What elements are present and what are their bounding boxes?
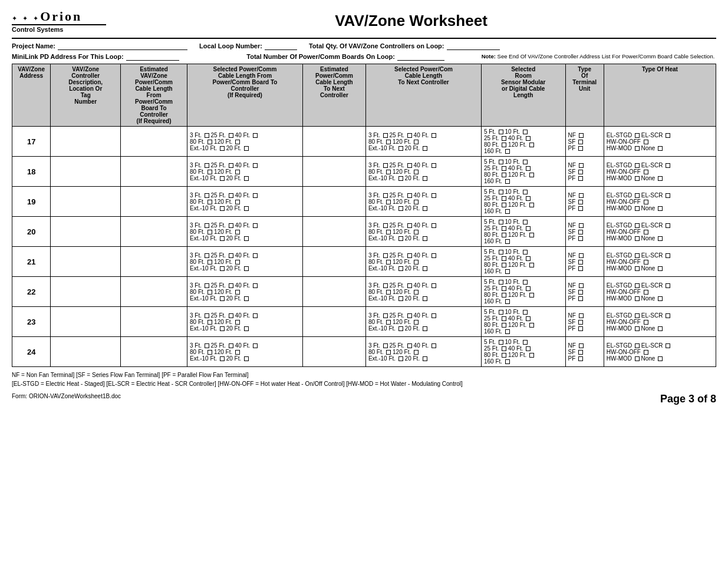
total-qty-label: Total Qty. Of VAV/Zone Controllers on Lo…: [309, 42, 444, 49]
cell-terminal[interactable]: NF SF PF: [565, 277, 604, 307]
cell-controller[interactable]: [51, 277, 121, 307]
cell-sensor[interactable]: 5 Ft. 10 Ft. 25 Ft. 40 Ft. 80 Ft. 120 Ft…: [481, 187, 565, 217]
cell-sensor[interactable]: 5 Ft. 10 Ft. 25 Ft. 40 Ft. 80 Ft. 120 Ft…: [481, 337, 565, 367]
cell-sel-next[interactable]: 3 Ft. 25 Ft. 40 Ft. 80 Ft. 120 Ft. Ext.-…: [365, 217, 481, 247]
cell-sel-next[interactable]: 3 Ft. 25 Ft. 40 Ft. 80 Ft. 120 Ft. Ext.-…: [365, 187, 481, 217]
col-header-address: VAV/ZoneAddress: [12, 64, 51, 127]
cell-heat[interactable]: EL-STGD EL-SCR HW-ON-OFF HW-MOD None: [604, 337, 716, 367]
total-boards-value[interactable]: [397, 53, 444, 61]
cell-sel-power[interactable]: 3 Ft. 25 Ft. 40 Ft. 80 Ft. 120 Ft. Ext.-…: [187, 337, 302, 367]
logo: ✦ ✦ ✦Orion Control Systems: [12, 9, 106, 33]
cell-controller[interactable]: [51, 127, 121, 157]
cell-terminal[interactable]: NF SF PF: [565, 307, 604, 337]
cell-heat[interactable]: EL-STGD EL-SCR HW-ON-OFF HW-MOD None: [604, 247, 716, 277]
cell-sel-next[interactable]: 3 Ft. 25 Ft. 40 Ft. 80 Ft. 120 Ft. Ext.-…: [365, 127, 481, 157]
cell-controller[interactable]: [51, 307, 121, 337]
logo-subtitle: Control Systems: [12, 24, 106, 33]
cell-address: 21: [12, 247, 51, 277]
cell-sel-power[interactable]: 3 Ft. 25 Ft. 40 Ft. 80 Ft. 120 Ft. Ext.-…: [187, 127, 302, 157]
col-header-sel-next: Selected Power/ComCable LengthTo Next Co…: [365, 64, 481, 127]
cell-est-next[interactable]: [303, 157, 366, 187]
cell-est-power[interactable]: [121, 157, 187, 187]
cell-est-power[interactable]: [121, 307, 187, 337]
cell-heat[interactable]: EL-STGD EL-SCR HW-ON-OFF HW-MOD None: [604, 277, 716, 307]
cell-controller[interactable]: [51, 337, 121, 367]
cell-address: 17: [12, 127, 51, 157]
cell-est-power[interactable]: [121, 187, 187, 217]
project-name-label: Project Name:: [12, 42, 55, 49]
cell-sel-power[interactable]: 3 Ft. 25 Ft. 40 Ft. 80 Ft. 120 Ft. Ext.-…: [187, 307, 302, 337]
table-row: 22 3 Ft. 25 Ft. 40 Ft. 80 Ft. 120 Ft. Ex…: [12, 277, 716, 307]
cell-sel-next[interactable]: 3 Ft. 25 Ft. 40 Ft. 80 Ft. 120 Ft. Ext.-…: [365, 247, 481, 277]
legend: NF = Non Fan Terminal] [SF = Series Flow…: [12, 371, 716, 388]
minilink-value[interactable]: [126, 53, 179, 61]
local-loop-label: Local Loop Number:: [199, 42, 262, 49]
cell-est-power[interactable]: [121, 217, 187, 247]
col-header-est-power: EstimatedVAV/ZonePower/CommCable LengthF…: [121, 64, 187, 127]
minilink-label: MiniLink PD Address For This Loop:: [12, 53, 124, 60]
table-row: 20 3 Ft. 25 Ft. 40 Ft. 80 Ft. 120 Ft. Ex…: [12, 217, 716, 247]
legend-line1: NF = Non Fan Terminal] [SF = Series Flow…: [12, 371, 716, 379]
total-qty-value[interactable]: [447, 42, 500, 50]
table-row: 24 3 Ft. 25 Ft. 40 Ft. 80 Ft. 120 Ft. Ex…: [12, 337, 716, 367]
cell-est-next[interactable]: [303, 187, 366, 217]
cell-sensor[interactable]: 5 Ft. 10 Ft. 25 Ft. 40 Ft. 80 Ft. 120 Ft…: [481, 157, 565, 187]
cell-est-next[interactable]: [303, 127, 366, 157]
cell-est-next[interactable]: [303, 277, 366, 307]
cell-heat[interactable]: EL-STGD EL-SCR HW-ON-OFF HW-MOD None: [604, 307, 716, 337]
cell-address: 24: [12, 337, 51, 367]
cell-heat[interactable]: EL-STGD EL-SCR HW-ON-OFF HW-MOD None: [604, 157, 716, 187]
cell-sel-power[interactable]: 3 Ft. 25 Ft. 40 Ft. 80 Ft. 120 Ft. Ext.-…: [187, 217, 302, 247]
col-header-est-next: EstimatedPower/CommCable LengthTo NextCo…: [303, 64, 366, 127]
cell-address: 18: [12, 157, 51, 187]
cell-sel-next[interactable]: 3 Ft. 25 Ft. 40 Ft. 80 Ft. 120 Ft. Ext.-…: [365, 307, 481, 337]
cell-sel-next[interactable]: 3 Ft. 25 Ft. 40 Ft. 80 Ft. 120 Ft. Ext.-…: [365, 337, 481, 367]
cell-address: 19: [12, 187, 51, 217]
col-header-sel-power: Selected Power/CommCable Length FromPowe…: [187, 64, 302, 127]
cell-sel-power[interactable]: 3 Ft. 25 Ft. 40 Ft. 80 Ft. 120 Ft. Ext.-…: [187, 187, 302, 217]
main-table: VAV/ZoneAddress VAV/ZoneControllerDescri…: [12, 64, 716, 367]
cell-terminal[interactable]: NF SF PF: [565, 217, 604, 247]
table-row: 19 3 Ft. 25 Ft. 40 Ft. 80 Ft. 120 Ft. Ex…: [12, 187, 716, 217]
cell-sel-power[interactable]: 3 Ft. 25 Ft. 40 Ft. 80 Ft. 120 Ft. Ext.-…: [187, 157, 302, 187]
col-header-controller: VAV/ZoneControllerDescription,Location O…: [51, 64, 121, 127]
cell-heat[interactable]: EL-STGD EL-SCR HW-ON-OFF HW-MOD None: [604, 187, 716, 217]
cell-est-next[interactable]: [303, 217, 366, 247]
cell-sel-power[interactable]: 3 Ft. 25 Ft. 40 Ft. 80 Ft. 120 Ft. Ext.-…: [187, 277, 302, 307]
cell-sensor[interactable]: 5 Ft. 10 Ft. 25 Ft. 40 Ft. 80 Ft. 120 Ft…: [481, 217, 565, 247]
form-label: Form: ORION-VAVZoneWorksheet1B.doc: [12, 393, 121, 405]
cell-heat[interactable]: EL-STGD EL-SCR HW-ON-OFF HW-MOD None: [604, 127, 716, 157]
page-number: Page 3 of 8: [660, 393, 716, 405]
cell-sensor[interactable]: 5 Ft. 10 Ft. 25 Ft. 40 Ft. 80 Ft. 120 Ft…: [481, 127, 565, 157]
table-row: 17 3 Ft. 25 Ft. 40 Ft. 80 Ft. 120 Ft. Ex…: [12, 127, 716, 157]
cell-est-power[interactable]: [121, 277, 187, 307]
cell-heat[interactable]: EL-STGD EL-SCR HW-ON-OFF HW-MOD None: [604, 217, 716, 247]
cell-est-power[interactable]: [121, 247, 187, 277]
cell-controller[interactable]: [51, 217, 121, 247]
cell-est-next[interactable]: [303, 307, 366, 337]
cell-est-power[interactable]: [121, 127, 187, 157]
cell-controller[interactable]: [51, 247, 121, 277]
cell-controller[interactable]: [51, 157, 121, 187]
cell-est-next[interactable]: [303, 247, 366, 277]
cell-sel-next[interactable]: 3 Ft. 25 Ft. 40 Ft. 80 Ft. 120 Ft. Ext.-…: [365, 157, 481, 187]
cell-est-next[interactable]: [303, 337, 366, 367]
cell-sel-next[interactable]: 3 Ft. 25 Ft. 40 Ft. 80 Ft. 120 Ft. Ext.-…: [365, 277, 481, 307]
cell-est-power[interactable]: [121, 337, 187, 367]
cell-sel-power[interactable]: 3 Ft. 25 Ft. 40 Ft. 80 Ft. 120 Ft. Ext.-…: [187, 247, 302, 277]
cell-terminal[interactable]: NF SF PF: [565, 337, 604, 367]
cell-terminal[interactable]: NF SF PF: [565, 247, 604, 277]
cell-sensor[interactable]: 5 Ft. 10 Ft. 25 Ft. 40 Ft. 80 Ft. 120 Ft…: [481, 277, 565, 307]
table-row: 21 3 Ft. 25 Ft. 40 Ft. 80 Ft. 120 Ft. Ex…: [12, 247, 716, 277]
project-name-value[interactable]: [58, 42, 187, 50]
table-row: 18 3 Ft. 25 Ft. 40 Ft. 80 Ft. 120 Ft. Ex…: [12, 157, 716, 187]
logo-stars: ✦ ✦ ✦Orion: [12, 9, 106, 24]
cell-address: 20: [12, 217, 51, 247]
cell-terminal[interactable]: NF SF PF: [565, 127, 604, 157]
cell-sensor[interactable]: 5 Ft. 10 Ft. 25 Ft. 40 Ft. 80 Ft. 120 Ft…: [481, 247, 565, 277]
cell-terminal[interactable]: NF SF PF: [565, 157, 604, 187]
cell-controller[interactable]: [51, 187, 121, 217]
cell-terminal[interactable]: NF SF PF: [565, 187, 604, 217]
cell-sensor[interactable]: 5 Ft. 10 Ft. 25 Ft. 40 Ft. 80 Ft. 120 Ft…: [481, 307, 565, 337]
local-loop-value[interactable]: [265, 42, 297, 50]
